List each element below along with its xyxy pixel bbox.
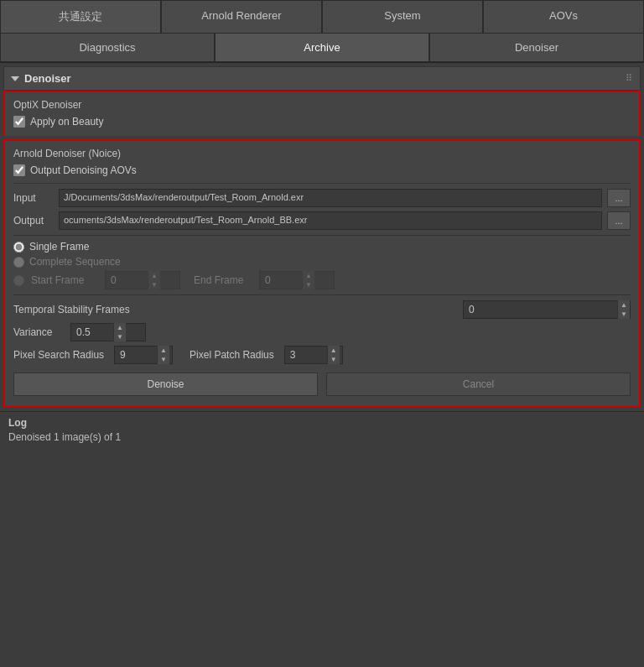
log-label: Log bbox=[8, 417, 636, 429]
end-frame-value: 0 bbox=[260, 274, 302, 286]
single-frame-row: Single Frame bbox=[13, 241, 631, 253]
output-browse-button[interactable]: ... bbox=[607, 211, 631, 230]
start-frame-label: Start Frame bbox=[31, 274, 98, 286]
temporal-stability-up[interactable]: ▲ bbox=[618, 300, 630, 310]
start-frame-radio[interactable] bbox=[13, 275, 24, 286]
log-section: Log Denoised 1 image(s) of 1 bbox=[0, 411, 644, 448]
complete-sequence-row: Complete Sequence bbox=[13, 256, 631, 268]
pixel-search-label: Pixel Search Radius bbox=[13, 349, 104, 361]
pixel-search-value: 9 bbox=[115, 349, 157, 361]
tab-archive[interactable]: Archive bbox=[215, 33, 429, 62]
complete-sequence-label: Complete Sequence bbox=[29, 256, 121, 268]
temporal-stability-label: Temporal Stability Frames bbox=[13, 304, 463, 315]
pixel-patch-label: Pixel Patch Radius bbox=[190, 349, 274, 361]
denoise-button[interactable]: Denoise bbox=[13, 373, 318, 396]
output-label: Output bbox=[13, 215, 54, 227]
output-denoising-label: Output Denoising AOVs bbox=[30, 164, 137, 176]
pixel-search-arrows: ▲ ▼ bbox=[157, 346, 169, 364]
end-frame-label: End Frame bbox=[194, 274, 252, 286]
pixel-row: Pixel Search Radius 9 ▲ ▼ Pixel Patch Ra… bbox=[13, 346, 631, 364]
divider-2 bbox=[13, 235, 631, 236]
tab-aovs[interactable]: AOVs bbox=[483, 0, 644, 33]
variance-spinner[interactable]: 0.5 ▲ ▼ bbox=[70, 323, 146, 341]
input-value[interactable]: J/Documents/3dsMax/renderoutput/Test_Roo… bbox=[59, 189, 602, 207]
collapse-triangle-icon[interactable] bbox=[11, 76, 19, 81]
pixel-patch-up[interactable]: ▲ bbox=[328, 346, 340, 355]
variance-row: Variance 0.5 ▲ ▼ bbox=[13, 323, 631, 341]
end-frame-spinner[interactable]: 0 ▲ ▼ bbox=[259, 271, 335, 289]
start-frame-up[interactable]: ▲ bbox=[148, 271, 160, 280]
apply-beauty-label: Apply on Beauty bbox=[30, 116, 103, 128]
temporal-stability-row: Temporal Stability Frames 0 ▲ ▼ bbox=[13, 300, 631, 319]
variance-value: 0.5 bbox=[71, 326, 113, 338]
tab-row-1: 共通設定 Arnold Renderer System AOVs bbox=[0, 0, 644, 33]
variance-down[interactable]: ▼ bbox=[114, 332, 126, 341]
start-end-frame-row: Start Frame 0 ▲ ▼ End Frame 0 ▲ ▼ bbox=[13, 271, 631, 289]
tab-system[interactable]: System bbox=[322, 0, 483, 33]
end-frame-arrows: ▲ ▼ bbox=[302, 271, 314, 289]
log-text: Denoised 1 image(s) of 1 bbox=[8, 431, 636, 443]
end-frame-up[interactable]: ▲ bbox=[303, 271, 314, 280]
temporal-stability-spinner[interactable]: 0 ▲ ▼ bbox=[463, 300, 631, 319]
denoiser-section-header: Denoiser ⠿ bbox=[3, 66, 641, 91]
tab-diagnostics[interactable]: Diagnostics bbox=[0, 33, 215, 62]
denoiser-label: Denoiser bbox=[24, 72, 71, 85]
start-frame-value: 0 bbox=[106, 274, 148, 286]
output-field-row: Output ocuments/3dsMax/renderoutput/Test… bbox=[13, 211, 631, 230]
input-browse-button[interactable]: ... bbox=[607, 189, 631, 207]
start-frame-down[interactable]: ▼ bbox=[148, 280, 160, 289]
temporal-stability-arrows: ▲ ▼ bbox=[617, 300, 630, 319]
single-frame-radio[interactable] bbox=[13, 242, 24, 253]
output-value[interactable]: ocuments/3dsMax/renderoutput/Test_Room_A… bbox=[59, 211, 602, 230]
start-frame-arrows: ▲ ▼ bbox=[148, 271, 160, 289]
temporal-stability-value: 0 bbox=[464, 304, 617, 315]
action-buttons-row: Denoise Cancel bbox=[13, 373, 631, 396]
tab-common-settings[interactable]: 共通設定 bbox=[0, 0, 161, 33]
tab-row-2: Diagnostics Archive Denoiser bbox=[0, 33, 644, 63]
output-denoising-row: Output Denoising AOVs bbox=[13, 163, 631, 178]
divider-1 bbox=[13, 183, 631, 184]
tab-arnold-renderer[interactable]: Arnold Renderer bbox=[161, 0, 322, 33]
tab-denoiser[interactable]: Denoiser bbox=[429, 33, 644, 62]
complete-sequence-radio[interactable] bbox=[13, 257, 24, 268]
input-label: Input bbox=[13, 192, 54, 204]
temporal-stability-down[interactable]: ▼ bbox=[618, 310, 630, 319]
optix-panel: OptiX Denoiser Apply on Beauty bbox=[3, 91, 641, 136]
output-denoising-checkbox[interactable] bbox=[13, 164, 25, 176]
pixel-patch-spinner[interactable]: 3 ▲ ▼ bbox=[284, 346, 343, 364]
input-field-row: Input J/Documents/3dsMax/renderoutput/Te… bbox=[13, 189, 631, 207]
divider-3 bbox=[13, 294, 631, 295]
variance-label: Variance bbox=[13, 326, 64, 338]
pixel-search-down[interactable]: ▼ bbox=[158, 355, 169, 364]
variance-arrows: ▲ ▼ bbox=[113, 323, 126, 341]
pixel-patch-value: 3 bbox=[285, 349, 327, 361]
arnold-label: Arnold Denoiser (Noice) bbox=[13, 148, 631, 159]
pixel-search-spinner[interactable]: 9 ▲ ▼ bbox=[114, 346, 173, 364]
apply-beauty-checkbox[interactable] bbox=[13, 116, 25, 128]
variance-up[interactable]: ▲ bbox=[114, 323, 126, 332]
pixel-patch-arrows: ▲ ▼ bbox=[327, 346, 340, 364]
start-frame-spinner[interactable]: 0 ▲ ▼ bbox=[105, 271, 180, 289]
apply-beauty-row: Apply on Beauty bbox=[13, 114, 631, 129]
arnold-panel: Arnold Denoiser (Noice) Output Denoising… bbox=[3, 139, 641, 408]
end-frame-down[interactable]: ▼ bbox=[303, 280, 314, 289]
single-frame-label: Single Frame bbox=[29, 241, 89, 253]
denoiser-title: Denoiser bbox=[11, 72, 71, 85]
pixel-patch-down[interactable]: ▼ bbox=[328, 355, 340, 364]
drag-handle-icon: ⠿ bbox=[626, 73, 633, 84]
cancel-button[interactable]: Cancel bbox=[326, 373, 631, 396]
pixel-search-up[interactable]: ▲ bbox=[158, 346, 169, 355]
optix-label: OptiX Denoiser bbox=[13, 99, 631, 111]
